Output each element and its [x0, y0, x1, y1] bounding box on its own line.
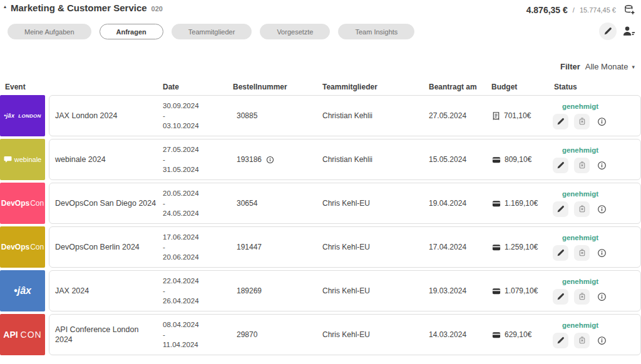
event-dates: 20.05.2024-24.05.2024: [163, 183, 233, 223]
event-dates: 27.05.2024-31.05.2024: [163, 139, 233, 179]
tab-teammitglieder[interactable]: Teammitglieder: [172, 24, 252, 39]
month-filter-dropdown[interactable]: Alle Monate ▾: [585, 62, 635, 71]
pencil-icon: [556, 336, 565, 345]
delete-button[interactable]: [574, 201, 590, 217]
status-badge: genehmigt: [562, 146, 598, 154]
info-button[interactable]: [595, 201, 608, 217]
pencil-icon: [556, 205, 565, 213]
budget-separator: /: [573, 6, 575, 14]
tab-anfragen[interactable]: Anfragen: [100, 24, 163, 39]
column-header-date: Date: [163, 83, 179, 91]
event-name: API Conference London 2024: [49, 315, 163, 355]
status-cell: genehmigt: [554, 96, 607, 136]
wallet-icon: [491, 243, 501, 252]
table-row: •jâxlondon JAX London 2024 30.09.2024-03…: [0, 95, 641, 136]
event-logo: DevOpsCon: [0, 183, 45, 224]
event-logo: •jâxlondon: [0, 95, 45, 136]
info-icon: [597, 292, 607, 301]
info-button[interactable]: [595, 245, 608, 261]
info-icon[interactable]: [266, 156, 274, 164]
budget-cell: 1.079,10€: [491, 271, 554, 311]
tab-meine-aufgaben[interactable]: Meine Aufgaben: [8, 24, 91, 39]
status-cell: genehmigt: [554, 183, 607, 223]
status-badge: genehmigt: [562, 190, 598, 198]
status-badge: genehmigt: [562, 103, 598, 110]
pencil-icon: [556, 249, 565, 257]
table-row: DevOpsCon DevOpsCon San Diego 2024 20.05…: [0, 183, 641, 224]
pencil-icon: [556, 118, 565, 126]
wallet-icon: [491, 330, 501, 340]
info-button[interactable]: [595, 333, 608, 348]
team-member: Chris Kehl-EU: [322, 183, 429, 223]
edit-button[interactable]: [553, 201, 568, 217]
info-button[interactable]: [595, 289, 608, 305]
person-add-icon: [622, 25, 636, 38]
delete-button[interactable]: [574, 245, 590, 261]
manage-members-button[interactable]: [622, 25, 636, 38]
team-member: Christian Kehlii: [322, 139, 429, 179]
table-row: •jâx JAX 2024 22.04.2024-26.04.2024 1892…: [0, 270, 641, 311]
column-header-status: Status: [554, 83, 577, 91]
trash-icon: [578, 205, 587, 213]
status-cell: genehmigt: [554, 227, 607, 267]
row-card: DevOpsCon Berlin 2024 17.06.2024-20.06.2…: [49, 226, 641, 268]
requested-date: 15.05.2024: [429, 139, 491, 179]
requested-date: 17.04.2024: [429, 227, 491, 267]
event-name: JAX London 2024: [49, 96, 163, 136]
delete-button[interactable]: [574, 114, 590, 129]
row-card: JAX 2024 22.04.2024-26.04.2024 189269 Ch…: [49, 270, 641, 311]
collapse-caret-icon[interactable]: ▴: [4, 4, 6, 9]
team-member: Chris Kehl-EU: [322, 271, 429, 311]
column-header-teammitglieder: Teammitglieder: [322, 83, 377, 91]
order-number: 30654: [233, 183, 322, 223]
edit-button[interactable]: [553, 245, 568, 261]
event-table: •jâxlondon JAX London 2024 30.09.2024-03…: [0, 95, 641, 358]
budget-cell: 809,10€: [491, 139, 554, 179]
status-cell: genehmigt: [554, 271, 607, 311]
info-icon: [597, 248, 607, 258]
row-card: API Conference London 2024 08.04.2024-11…: [49, 314, 641, 355]
tab-team-insights[interactable]: Team Insights: [338, 24, 414, 39]
logo-text: API: [3, 330, 18, 340]
order-number: 191447: [233, 227, 322, 267]
team-member: Chris Kehl-EU: [322, 227, 429, 267]
event-name: JAX 2024: [49, 271, 163, 311]
event-name: DevOpsCon San Diego 2024: [49, 183, 163, 223]
status-badge: genehmigt: [562, 278, 598, 285]
wallet-icon: [491, 155, 501, 164]
row-card: JAX London 2024 30.09.2024-03.10.2024 30…: [49, 95, 641, 136]
tab-bar: Meine Aufgaben Anfragen Teammitglieder V…: [8, 24, 414, 39]
edit-button[interactable]: [553, 158, 568, 173]
pencil-icon: [603, 27, 612, 36]
event-logo: DevOpsCon: [0, 226, 45, 268]
delete-button[interactable]: [574, 333, 590, 348]
pencil-icon: [556, 293, 565, 301]
edit-team-button[interactable]: [599, 23, 617, 40]
table-row: webinale webinale 2024 27.05.2024-31.05.…: [0, 139, 641, 180]
budget-total: 15.774,45 €: [580, 6, 616, 14]
info-button[interactable]: [595, 158, 608, 173]
event-dates: 30.09.2024-03.10.2024: [163, 96, 233, 136]
delete-button[interactable]: [574, 289, 590, 305]
wallet-icon: [491, 286, 501, 296]
add-budget-button[interactable]: [623, 4, 636, 16]
tab-vorgesetzte[interactable]: Vorgesetzte: [260, 24, 330, 39]
info-icon: [597, 336, 607, 345]
filter-value: Alle Monate: [585, 62, 628, 71]
info-button[interactable]: [595, 114, 608, 129]
filter-label: Filter: [560, 62, 580, 71]
edit-button[interactable]: [553, 333, 568, 348]
trash-icon: [578, 336, 587, 345]
edit-button[interactable]: [553, 114, 568, 129]
logo-text: webinale: [14, 156, 41, 163]
logo-text: •jâx: [4, 113, 14, 119]
logo-text: london: [18, 113, 41, 119]
team-member: Chris Kehl-EU: [322, 315, 429, 355]
order-number: 189269: [233, 271, 322, 311]
column-header-budget: Budget: [491, 83, 517, 91]
delete-button[interactable]: [574, 158, 590, 173]
table-row: APICON API Conference London 2024 08.04.…: [0, 314, 641, 355]
edit-button[interactable]: [553, 289, 568, 305]
caret-down-icon: ▾: [632, 64, 635, 70]
logo-text: DevOps: [1, 243, 29, 251]
